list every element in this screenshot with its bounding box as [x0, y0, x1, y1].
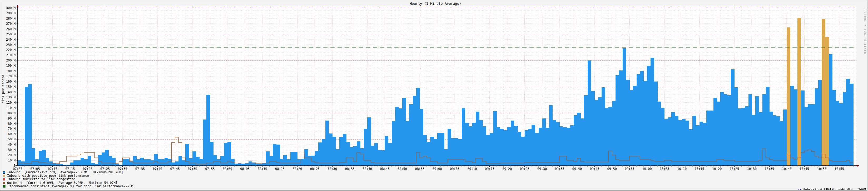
x-tick-label: 10:45 — [796, 167, 813, 171]
inbound_poor-swatch — [3, 175, 5, 177]
inbound-bar — [546, 128, 549, 166]
inbound-bar — [434, 139, 437, 166]
inbound-bar — [39, 151, 42, 166]
inbound-bar — [500, 129, 504, 166]
inbound-bar — [290, 152, 294, 166]
inbound-bar — [392, 121, 396, 166]
inbound-bar — [105, 150, 109, 166]
inbound-bar — [539, 128, 542, 166]
y-tick-label: 290 M — [0, 11, 16, 15]
congestion-swatch — [3, 178, 5, 181]
inbound-bar — [794, 89, 798, 166]
inbound-bar — [91, 163, 95, 166]
inbound-bar — [790, 86, 794, 166]
inbound-bar — [346, 142, 350, 166]
inbound-bar — [703, 123, 707, 166]
x-tick-label: 10:15 — [691, 167, 708, 171]
inbound-bar — [249, 161, 252, 166]
outbound-swatch — [3, 182, 5, 184]
inbound-bar — [566, 128, 570, 166]
inbound-bar — [839, 103, 843, 166]
inbound-bar — [668, 117, 672, 166]
y-tick-label: 140 M — [0, 90, 16, 94]
x-tick-label: 07:20 — [79, 167, 96, 171]
inbound-bar — [168, 159, 172, 166]
inbound-bar — [804, 107, 808, 166]
y-tick-label: 160 M — [0, 80, 16, 83]
inbound-bar — [633, 86, 637, 166]
inbound-bar — [84, 159, 88, 166]
inbound-bar — [832, 90, 836, 166]
inbound-bar — [192, 152, 196, 166]
y-tick-label: 170 M — [0, 74, 16, 78]
inbound-bar — [378, 150, 381, 166]
inbound-bar — [584, 95, 588, 166]
inbound-bar — [483, 126, 486, 166]
x-tick-label: 07:05 — [27, 167, 43, 171]
traffic-chart — [0, 0, 868, 191]
inbound-bar — [724, 94, 728, 166]
inbound-bar — [626, 80, 630, 166]
inbound-bar — [329, 134, 333, 166]
x-tick-label: 07:55 — [202, 167, 218, 171]
inbound-bar — [385, 136, 388, 166]
inbound-bar — [238, 163, 242, 166]
inbound-bar — [647, 66, 651, 166]
inbound-bar — [199, 159, 203, 166]
inbound-bar — [713, 98, 717, 166]
inbound-bar — [28, 84, 32, 166]
inbound-bar — [808, 104, 811, 166]
inbound-bar — [409, 104, 413, 166]
inbound-bar — [207, 95, 210, 166]
inbound-bar — [678, 120, 682, 166]
inbound-bar — [102, 153, 105, 166]
y-tick-label: 100 M — [0, 111, 16, 115]
inbound-bar — [455, 138, 458, 166]
inbound-bar — [182, 160, 186, 166]
inbound-bar — [801, 90, 805, 166]
inbound-bar — [301, 159, 305, 166]
inbound-bar — [318, 142, 322, 166]
y-tick-label: 70 M — [0, 127, 16, 131]
inbound-bar — [175, 161, 179, 166]
x-tick-label: 10:35 — [761, 167, 778, 171]
inbound-bar — [521, 137, 525, 166]
x-tick-label: 09:00 — [429, 167, 446, 171]
inbound-bar — [116, 164, 119, 166]
x-tick-label: 09:25 — [516, 167, 533, 171]
legend-row: Recommended consistent average(75%) for … — [3, 185, 133, 188]
x-tick-label: 10:50 — [813, 167, 830, 171]
inbound-bar — [311, 156, 315, 166]
inbound-bar — [88, 156, 91, 166]
inbound-bar — [353, 146, 357, 166]
inbound-bar — [416, 88, 420, 166]
inbound-bar — [294, 152, 298, 166]
inbound-bar — [850, 84, 854, 166]
inbound-bar — [144, 159, 147, 166]
inbound-bar — [350, 147, 353, 166]
inbound-bar — [535, 133, 539, 166]
inbound-bar — [559, 126, 563, 166]
inbound-bar — [710, 111, 714, 166]
inbound-bar — [671, 112, 675, 166]
inbound-bar — [164, 158, 168, 166]
x-tick-label: 08:35 — [341, 167, 358, 171]
inbound-bar — [686, 120, 689, 166]
y-tick-label: 20 M — [0, 153, 16, 157]
inbound-bar — [262, 163, 266, 166]
x-tick-label: 10:30 — [743, 167, 760, 171]
inbound-bar — [161, 159, 164, 166]
inbound-bar — [720, 92, 724, 166]
inbound-bar — [553, 120, 556, 166]
inbound-bar — [675, 116, 679, 166]
recommended-swatch — [3, 185, 6, 188]
inbound-bar — [654, 82, 658, 166]
inbound-bar — [241, 164, 245, 166]
inbound-bar — [594, 100, 598, 166]
inbound-bar — [133, 156, 137, 166]
inbound-bar — [332, 137, 336, 166]
inbound-bar — [458, 139, 462, 166]
y-tick-label: 220 M — [0, 48, 16, 52]
inbound-bar — [304, 149, 308, 166]
window-bottom-edge — [0, 190, 868, 191]
